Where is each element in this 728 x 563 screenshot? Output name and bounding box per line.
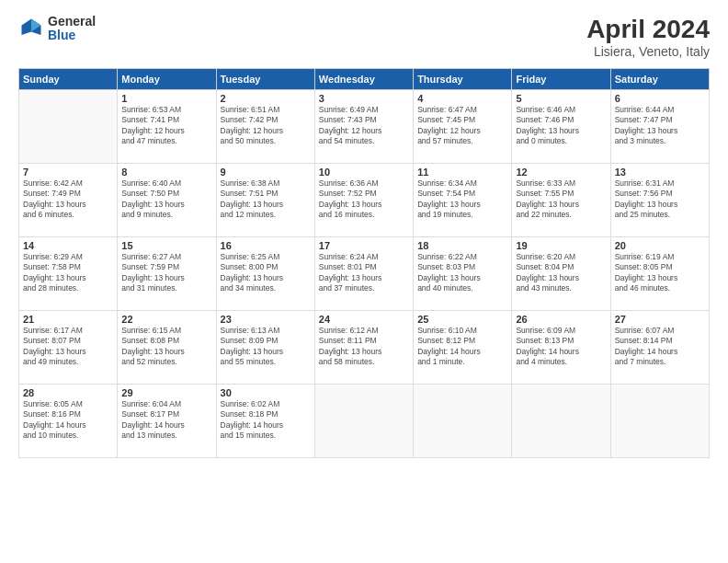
calendar-cell: 14Sunrise: 6:29 AM Sunset: 7:58 PM Dayli… (19, 237, 118, 311)
day-number: 13 (615, 167, 705, 178)
logo-blue-text: Blue (48, 29, 96, 42)
calendar-cell: 30Sunrise: 6:02 AM Sunset: 8:18 PM Dayli… (216, 385, 314, 458)
day-number: 4 (417, 93, 507, 104)
day-info: Sunrise: 6:12 AM Sunset: 8:11 PM Dayligh… (319, 326, 409, 368)
day-info: Sunrise: 6:51 AM Sunset: 7:42 PM Dayligh… (221, 105, 311, 147)
calendar-cell (19, 90, 118, 164)
day-info: Sunrise: 6:24 AM Sunset: 8:01 PM Dayligh… (319, 252, 409, 294)
calendar-cell: 22Sunrise: 6:15 AM Sunset: 8:08 PM Dayli… (118, 311, 216, 385)
day-number: 27 (615, 314, 705, 325)
day-info: Sunrise: 6:49 AM Sunset: 7:43 PM Dayligh… (319, 105, 409, 147)
calendar-cell: 13Sunrise: 6:31 AM Sunset: 7:56 PM Dayli… (610, 164, 709, 237)
main-title: April 2024 (586, 15, 710, 44)
day-info: Sunrise: 6:10 AM Sunset: 8:12 PM Dayligh… (417, 326, 507, 368)
day-number: 29 (121, 387, 211, 398)
calendar-header: SundayMondayTuesdayWednesdayThursdayFrid… (19, 69, 710, 90)
day-number: 12 (516, 167, 606, 178)
logo: General Blue (18, 15, 96, 43)
day-number: 25 (417, 314, 507, 325)
week-row-1: 1Sunrise: 6:53 AM Sunset: 7:41 PM Daylig… (19, 90, 710, 164)
calendar-cell: 12Sunrise: 6:33 AM Sunset: 7:55 PM Dayli… (512, 164, 610, 237)
day-number: 14 (23, 240, 113, 251)
day-info: Sunrise: 6:05 AM Sunset: 8:16 PM Dayligh… (23, 399, 113, 442)
day-info: Sunrise: 6:07 AM Sunset: 8:14 PM Dayligh… (615, 326, 705, 368)
day-number: 9 (221, 167, 311, 178)
calendar-cell: 3Sunrise: 6:49 AM Sunset: 7:43 PM Daylig… (314, 90, 413, 164)
calendar-cell: 17Sunrise: 6:24 AM Sunset: 8:01 PM Dayli… (314, 237, 413, 311)
day-number: 30 (221, 387, 311, 398)
day-number: 19 (516, 240, 606, 251)
subtitle: Lisiera, Veneto, Italy (586, 44, 710, 59)
calendar-cell: 29Sunrise: 6:04 AM Sunset: 8:17 PM Dayli… (118, 385, 216, 458)
day-info: Sunrise: 6:17 AM Sunset: 8:07 PM Dayligh… (23, 326, 113, 368)
calendar-cell: 9Sunrise: 6:38 AM Sunset: 7:51 PM Daylig… (216, 164, 314, 237)
day-info: Sunrise: 6:38 AM Sunset: 7:51 PM Dayligh… (221, 178, 311, 221)
day-info: Sunrise: 6:13 AM Sunset: 8:09 PM Dayligh… (221, 326, 311, 368)
page: General Blue April 2024 Lisiera, Veneto,… (0, 0, 728, 563)
calendar-cell: 19Sunrise: 6:20 AM Sunset: 8:04 PM Dayli… (512, 237, 610, 311)
calendar-cell: 16Sunrise: 6:25 AM Sunset: 8:00 PM Dayli… (216, 237, 314, 311)
calendar-cell: 24Sunrise: 6:12 AM Sunset: 8:11 PM Dayli… (314, 311, 413, 385)
calendar-cell: 26Sunrise: 6:09 AM Sunset: 8:13 PM Dayli… (512, 311, 610, 385)
calendar-cell: 23Sunrise: 6:13 AM Sunset: 8:09 PM Dayli… (216, 311, 314, 385)
day-info: Sunrise: 6:20 AM Sunset: 8:04 PM Dayligh… (516, 252, 606, 294)
calendar-cell: 25Sunrise: 6:10 AM Sunset: 8:12 PM Dayli… (414, 311, 512, 385)
day-info: Sunrise: 6:25 AM Sunset: 8:00 PM Dayligh… (221, 252, 311, 294)
day-info: Sunrise: 6:04 AM Sunset: 8:17 PM Dayligh… (121, 399, 211, 442)
calendar-cell (414, 385, 512, 458)
weekday-header-wednesday: Wednesday (314, 69, 413, 90)
day-info: Sunrise: 6:29 AM Sunset: 7:58 PM Dayligh… (23, 252, 113, 294)
logo-icon (18, 16, 44, 41)
day-number: 20 (615, 240, 705, 251)
header: General Blue April 2024 Lisiera, Veneto,… (18, 15, 710, 59)
weekday-header-saturday: Saturday (610, 69, 709, 90)
weekday-header-tuesday: Tuesday (216, 69, 314, 90)
day-info: Sunrise: 6:40 AM Sunset: 7:50 PM Dayligh… (121, 178, 211, 221)
day-number: 6 (615, 93, 705, 104)
weekday-header-friday: Friday (512, 69, 610, 90)
title-area: April 2024 Lisiera, Veneto, Italy (586, 15, 710, 59)
day-info: Sunrise: 6:09 AM Sunset: 8:13 PM Dayligh… (516, 326, 606, 368)
day-number: 18 (417, 240, 507, 251)
day-number: 8 (121, 167, 211, 178)
day-info: Sunrise: 6:44 AM Sunset: 7:47 PM Dayligh… (615, 105, 705, 147)
day-number: 11 (417, 167, 507, 178)
day-number: 3 (319, 93, 409, 104)
day-number: 28 (23, 387, 113, 398)
day-number: 24 (319, 314, 409, 325)
calendar-cell: 15Sunrise: 6:27 AM Sunset: 7:59 PM Dayli… (118, 237, 216, 311)
day-number: 26 (516, 314, 606, 325)
calendar-cell (512, 385, 610, 458)
day-number: 21 (23, 314, 113, 325)
weekday-header-monday: Monday (118, 69, 216, 90)
week-row-3: 14Sunrise: 6:29 AM Sunset: 7:58 PM Dayli… (19, 237, 710, 311)
calendar-cell: 27Sunrise: 6:07 AM Sunset: 8:14 PM Dayli… (610, 311, 709, 385)
day-info: Sunrise: 6:34 AM Sunset: 7:54 PM Dayligh… (417, 178, 507, 221)
week-row-5: 28Sunrise: 6:05 AM Sunset: 8:16 PM Dayli… (19, 385, 710, 458)
day-number: 5 (516, 93, 606, 104)
day-number: 22 (121, 314, 211, 325)
weekday-header-sunday: Sunday (19, 69, 118, 90)
weekday-row: SundayMondayTuesdayWednesdayThursdayFrid… (19, 69, 710, 90)
calendar-cell: 1Sunrise: 6:53 AM Sunset: 7:41 PM Daylig… (118, 90, 216, 164)
day-info: Sunrise: 6:22 AM Sunset: 8:03 PM Dayligh… (417, 252, 507, 294)
day-info: Sunrise: 6:02 AM Sunset: 8:18 PM Dayligh… (221, 399, 311, 442)
day-info: Sunrise: 6:33 AM Sunset: 7:55 PM Dayligh… (516, 178, 606, 221)
calendar-cell: 10Sunrise: 6:36 AM Sunset: 7:52 PM Dayli… (314, 164, 413, 237)
calendar-cell: 20Sunrise: 6:19 AM Sunset: 8:05 PM Dayli… (610, 237, 709, 311)
calendar-cell: 11Sunrise: 6:34 AM Sunset: 7:54 PM Dayli… (414, 164, 512, 237)
calendar: SundayMondayTuesdayWednesdayThursdayFrid… (18, 68, 710, 458)
day-number: 16 (221, 240, 311, 251)
calendar-cell (314, 385, 413, 458)
week-row-2: 7Sunrise: 6:42 AM Sunset: 7:49 PM Daylig… (19, 164, 710, 237)
day-info: Sunrise: 6:46 AM Sunset: 7:46 PM Dayligh… (516, 105, 606, 147)
day-info: Sunrise: 6:15 AM Sunset: 8:08 PM Dayligh… (121, 326, 211, 368)
calendar-cell: 28Sunrise: 6:05 AM Sunset: 8:16 PM Dayli… (19, 385, 118, 458)
day-info: Sunrise: 6:36 AM Sunset: 7:52 PM Dayligh… (319, 178, 409, 221)
week-row-4: 21Sunrise: 6:17 AM Sunset: 8:07 PM Dayli… (19, 311, 710, 385)
logo-general-text: General (48, 15, 96, 29)
day-info: Sunrise: 6:19 AM Sunset: 8:05 PM Dayligh… (615, 252, 705, 294)
logo-text: General Blue (48, 15, 96, 43)
day-number: 2 (221, 93, 311, 104)
day-number: 7 (23, 167, 113, 178)
